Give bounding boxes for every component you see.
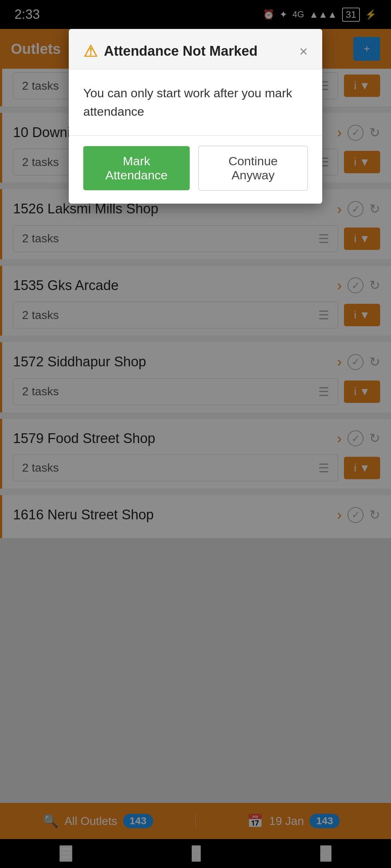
modal-title-text: Attendance Not Marked bbox=[104, 43, 257, 59]
modal-title: ⚠ Attendance Not Marked bbox=[83, 42, 257, 60]
modal-header: ⚠ Attendance Not Marked × bbox=[69, 29, 322, 69]
modal-body: You can only start work after you mark a… bbox=[69, 69, 322, 135]
mark-attendance-button[interactable]: Mark Attendance bbox=[83, 146, 190, 190]
modal-dialog: ⚠ Attendance Not Marked × You can only s… bbox=[69, 29, 322, 204]
warning-icon: ⚠ bbox=[83, 42, 97, 60]
modal-footer: Mark Attendance Continue Anyway bbox=[69, 136, 322, 204]
modal-overlay: ⚠ Attendance Not Marked × You can only s… bbox=[0, 0, 391, 868]
continue-anyway-button[interactable]: Continue Anyway bbox=[198, 146, 308, 191]
modal-body-text: You can only start work after you mark a… bbox=[83, 86, 292, 118]
modal-close-button[interactable]: × bbox=[299, 44, 308, 59]
